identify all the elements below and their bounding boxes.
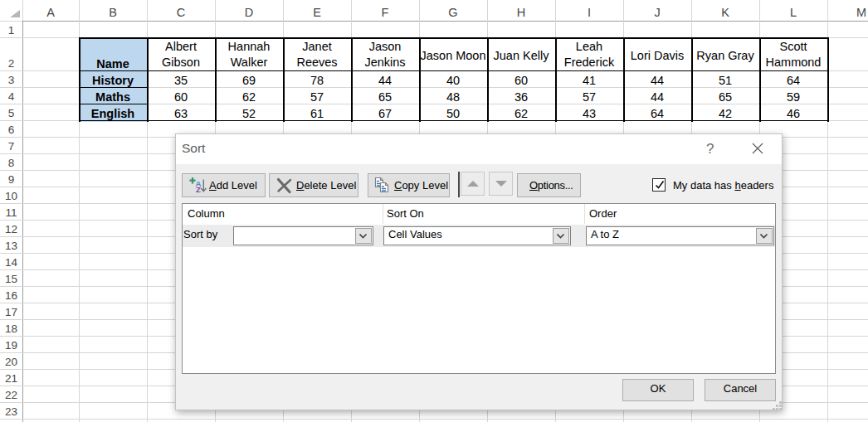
svg-text:Z: Z bbox=[196, 185, 201, 194]
